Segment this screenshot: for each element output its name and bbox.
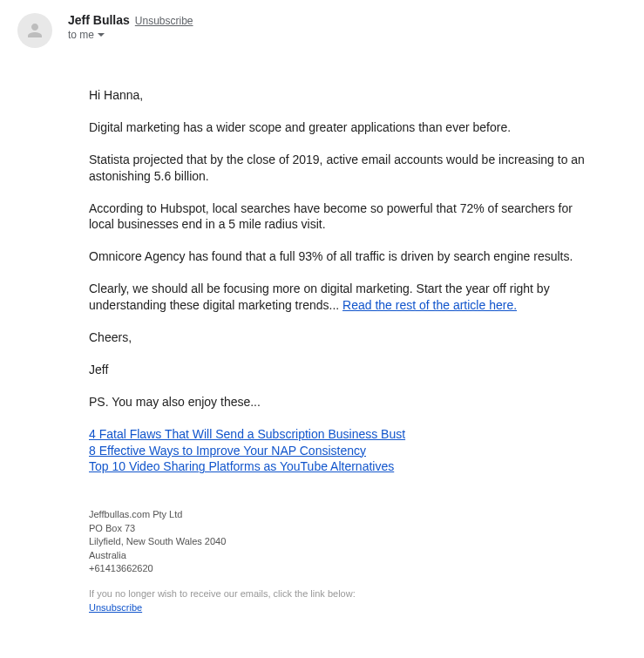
- sign-off-cheers: Cheers,: [89, 329, 600, 346]
- person-icon: [24, 20, 45, 41]
- paragraph-3: According to Hubspot, local searches hav…: [89, 200, 600, 234]
- paragraph-5: Clearly, we should all be focusing more …: [89, 281, 600, 314]
- paragraph-1: Digital marketing has a wider scope and …: [89, 119, 600, 136]
- footer-country: Australia: [89, 549, 600, 562]
- sender-name: Jeff Bullas: [68, 13, 130, 27]
- article-links: 4 Fatal Flaws That Will Send a Subscript…: [89, 426, 600, 476]
- read-article-link[interactable]: Read the rest of the article here.: [342, 298, 517, 312]
- greeting: Hi Hanna,: [89, 87, 600, 104]
- paragraph-4: Omnicore Agency has found that a full 93…: [89, 248, 600, 265]
- sender-line: Jeff Bullas Unsubscribe: [68, 13, 193, 27]
- chevron-down-icon: [98, 33, 105, 37]
- article-link-2[interactable]: 8 Effective Ways to Improve Your NAP Con…: [89, 444, 366, 458]
- email-header: Jeff Bullas Unsubscribe to me: [17, 13, 627, 48]
- recipient-line[interactable]: to me: [68, 29, 193, 41]
- footer-pobox: PO Box 73: [89, 522, 600, 535]
- sign-off-name: Jeff: [89, 362, 600, 378]
- article-link-1[interactable]: 4 Fatal Flaws That Will Send a Subscript…: [89, 427, 405, 441]
- header-info: Jeff Bullas Unsubscribe to me: [68, 13, 193, 41]
- footer-company: Jeffbullas.com Pty Ltd: [89, 508, 600, 521]
- footer-city: Lilyfield, New South Wales 2040: [89, 535, 600, 548]
- email-body: Hi Hanna, Digital marketing has a wider …: [17, 87, 627, 614]
- footer-address: Jeffbullas.com Pty Ltd PO Box 73 Lilyfie…: [89, 508, 600, 614]
- unsubscribe-link[interactable]: Unsubscribe: [135, 15, 193, 27]
- email-container: Jeff Bullas Unsubscribe to me Hi Hanna, …: [0, 0, 644, 627]
- paragraph-2: Statista projected that by the close of …: [89, 152, 600, 185]
- recipient-text: to me: [68, 29, 94, 41]
- footer-unsubscribe-text: If you no longer wish to receive our ema…: [89, 588, 356, 599]
- article-link-3[interactable]: Top 10 Video Sharing Platforms as YouTub…: [89, 459, 394, 473]
- footer-unsubscribe: If you no longer wish to receive our ema…: [89, 587, 600, 614]
- footer-unsubscribe-link[interactable]: Unsubscribe: [89, 602, 142, 613]
- footer-phone: +61413662620: [89, 562, 600, 575]
- postscript: PS. You may also enjoy these...: [89, 394, 600, 410]
- avatar[interactable]: [17, 13, 52, 48]
